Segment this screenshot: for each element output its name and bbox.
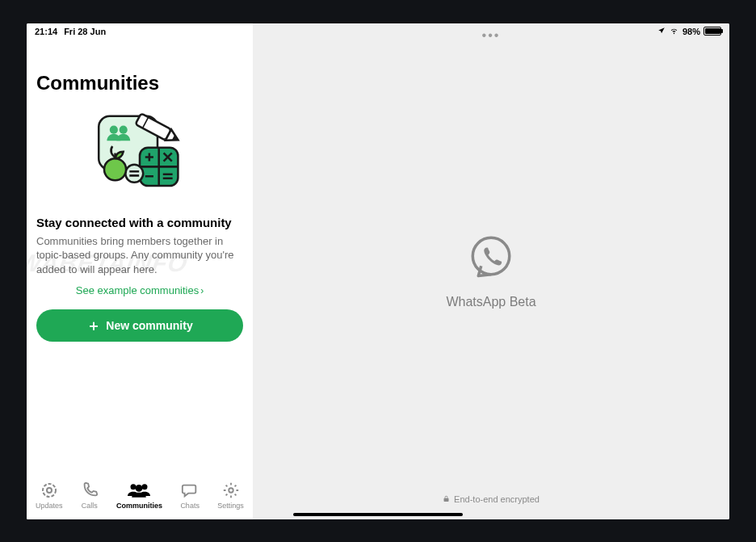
communities-icon	[128, 481, 150, 500]
svg-point-21	[472, 237, 510, 275]
detail-pane: ••• WhatsApp Beta End-to-end encrypted	[253, 23, 729, 519]
tab-updates-label: Updates	[36, 502, 63, 510]
whatsapp-logo-icon	[468, 233, 514, 279]
see-examples-link[interactable]: See example communities ›	[36, 284, 243, 296]
communities-illustration	[36, 111, 243, 200]
chats-icon	[180, 481, 200, 500]
sidebar: Communities	[27, 23, 253, 519]
status-bar: 21:14 Fri 28 Jun 98%	[27, 23, 729, 40]
page-title: Communities	[36, 72, 243, 95]
status-right: 98%	[657, 27, 721, 36]
svg-point-26	[136, 485, 143, 492]
new-community-button[interactable]: ＋ New community	[36, 309, 243, 342]
home-indicator[interactable]	[293, 513, 463, 516]
location-icon	[657, 27, 666, 36]
tab-updates[interactable]: Updates	[36, 481, 63, 510]
new-community-label: New community	[106, 319, 192, 332]
tab-calls-label: Calls	[82, 502, 98, 510]
svg-point-2	[120, 125, 128, 133]
status-left: 21:14 Fri 28 Jun	[35, 27, 106, 36]
battery-percent: 98%	[682, 27, 700, 36]
ipad-frame: 21:14 Fri 28 Jun 98% Communities	[27, 23, 729, 519]
tab-settings-label: Settings	[217, 502, 244, 510]
empty-state-body: Communities bring members together in to…	[36, 234, 243, 277]
status-time: 21:14	[35, 27, 57, 36]
svg-point-24	[131, 484, 136, 489]
empty-state-title: Stay connected with a community	[36, 216, 243, 229]
tab-settings[interactable]: Settings	[217, 481, 244, 510]
encryption-notice: End-to-end encrypted	[443, 494, 540, 505]
svg-point-23	[47, 488, 52, 493]
updates-icon	[40, 481, 59, 500]
svg-point-1	[110, 125, 118, 133]
gear-icon	[222, 481, 240, 500]
see-examples-label: See example communities	[76, 284, 199, 296]
encryption-label: End-to-end encrypted	[454, 494, 540, 504]
tab-calls[interactable]: Calls	[81, 481, 99, 510]
phone-icon	[81, 481, 99, 500]
svg-point-27	[229, 488, 233, 493]
svg-point-17	[125, 164, 143, 182]
tab-bar: Updates Calls Communities Chats Settings	[27, 471, 253, 519]
svg-point-22	[43, 484, 56, 497]
wifi-icon	[669, 27, 679, 36]
chevron-right-icon: ›	[200, 285, 204, 296]
tab-communities-label: Communities	[116, 502, 162, 510]
tab-communities[interactable]: Communities	[116, 481, 162, 510]
battery-icon	[704, 27, 721, 36]
lock-icon	[443, 494, 450, 505]
svg-point-25	[142, 484, 148, 489]
status-date: Fri 28 Jun	[64, 27, 106, 36]
app-name-label: WhatsApp Beta	[446, 295, 536, 309]
tab-chats[interactable]: Chats	[180, 481, 200, 510]
tab-chats-label: Chats	[180, 502, 200, 510]
